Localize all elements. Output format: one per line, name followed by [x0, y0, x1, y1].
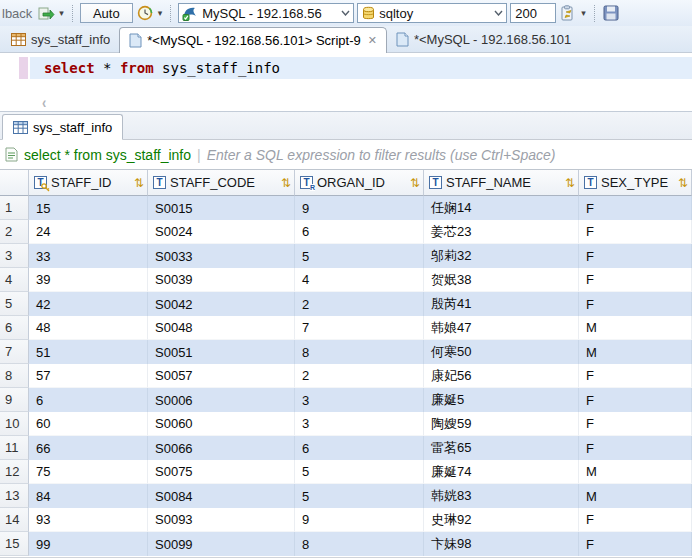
grid-cell-organ_id[interactable]: 9 [295, 508, 424, 532]
grid-cell-staff_id[interactable]: 66 [29, 436, 148, 460]
grid-cell-staff_code[interactable]: S0033 [148, 244, 295, 268]
grid-cell-sex_type[interactable]: F [579, 292, 692, 316]
grid-cell-organ_id[interactable]: 8 [295, 532, 424, 556]
grid-cell-staff_code[interactable]: S0057 [148, 364, 295, 388]
grid-cell-sex_type[interactable]: M [579, 484, 692, 508]
grid-cell-staff_id[interactable]: 48 [29, 316, 148, 340]
grid-cell-organ_id[interactable]: 2 [295, 364, 424, 388]
grid-cell-staff_id[interactable]: 24 [29, 220, 148, 244]
grid-cell-sex_type[interactable]: F [579, 532, 692, 556]
connection-combo[interactable]: MySQL - 192.168.56 [178, 3, 354, 23]
row-number-cell[interactable]: 14 [0, 508, 29, 532]
collapse-left-icon[interactable]: ‹ [42, 92, 46, 112]
grid-cell-staff_code[interactable]: S0099 [148, 532, 295, 556]
grid-cell-sex_type[interactable]: F [579, 220, 692, 244]
column-header-sex_type[interactable]: TSEX_TYPE⇅ [579, 170, 692, 196]
sql-statement-line[interactable]: select * from sys_staff_info [30, 57, 692, 79]
grid-cell-staff_code[interactable]: S0048 [148, 316, 295, 340]
tab-close-icon[interactable]: ✕ [366, 34, 377, 47]
grid-cell-sex_type[interactable]: M [579, 340, 692, 364]
grid-corner-cell[interactable] [0, 170, 29, 196]
save-icon[interactable] [602, 4, 620, 22]
tab-sys-staff-info[interactable]: sys_staff_info [2, 27, 119, 52]
grid-cell-staff_name[interactable]: 史琳92 [424, 508, 579, 532]
grid-cell-staff_name[interactable]: 韩姯83 [424, 484, 579, 508]
grid-cell-staff_name[interactable]: 任娴14 [424, 196, 579, 220]
grid-cell-sex_type[interactable]: F [579, 244, 692, 268]
grid-cell-staff_id[interactable]: 93 [29, 508, 148, 532]
grid-cell-organ_id[interactable]: 6 [295, 220, 424, 244]
row-number-cell[interactable]: 2 [0, 220, 29, 244]
sort-arrows-icon[interactable]: ⇅ [565, 176, 575, 190]
row-number-cell[interactable]: 6 [0, 316, 29, 340]
grid-cell-sex_type[interactable]: M [579, 316, 692, 340]
grid-cell-staff_name[interactable]: 贺姄38 [424, 268, 579, 292]
row-number-cell[interactable]: 3 [0, 244, 29, 268]
grid-cell-staff_id[interactable]: 60 [29, 412, 148, 436]
sort-arrows-icon[interactable]: ⇅ [134, 176, 144, 190]
results-filter-bar[interactable]: select * from sys_staff_info | Enter a S… [0, 140, 692, 170]
transaction-log-dropdown-arrow[interactable]: ▾ [157, 8, 164, 18]
row-number-cell[interactable]: 10 [0, 412, 29, 436]
row-number-cell[interactable]: 12 [0, 460, 29, 484]
grid-cell-staff_id[interactable]: 39 [29, 268, 148, 292]
grid-cell-staff_name[interactable]: 康妃56 [424, 364, 579, 388]
grid-cell-sex_type[interactable]: F [579, 508, 692, 532]
grid-cell-staff_name[interactable]: 廉娫5 [424, 388, 579, 412]
grid-cell-organ_id[interactable]: 5 [295, 460, 424, 484]
grid-cell-staff_code[interactable]: S0084 [148, 484, 295, 508]
grid-cell-staff_id[interactable]: 33 [29, 244, 148, 268]
grid-cell-staff_code[interactable]: S0051 [148, 340, 295, 364]
grid-cell-sex_type[interactable]: F [579, 364, 692, 388]
grid-cell-sex_type[interactable]: F [579, 436, 692, 460]
commit-mode-dropdown-arrow[interactable]: ▾ [58, 8, 65, 18]
sort-arrows-icon[interactable]: ⇅ [410, 176, 420, 190]
grid-cell-staff_code[interactable]: S0042 [148, 292, 295, 316]
row-number-cell[interactable]: 11 [0, 436, 29, 460]
grid-cell-organ_id[interactable]: 4 [295, 268, 424, 292]
grid-cell-staff_id[interactable]: 42 [29, 292, 148, 316]
sql-editor[interactable]: select * from sys_staff_info [0, 53, 692, 93]
grid-cell-organ_id[interactable]: 3 [295, 388, 424, 412]
grid-cell-staff_code[interactable]: S0006 [148, 388, 295, 412]
grid-cell-staff_id[interactable]: 51 [29, 340, 148, 364]
grid-cell-staff_code[interactable]: S0015 [148, 196, 295, 220]
grid-cell-organ_id[interactable]: 3 [295, 412, 424, 436]
grid-cell-staff_id[interactable]: 6 [29, 388, 148, 412]
row-number-cell[interactable]: 15 [0, 532, 29, 556]
column-header-staff_id[interactable]: TSTAFF_ID⇅ [29, 170, 148, 196]
grid-cell-staff_name[interactable]: 殷芮41 [424, 292, 579, 316]
grid-cell-staff_code[interactable]: S0024 [148, 220, 295, 244]
sort-arrows-icon[interactable]: ⇅ [281, 176, 291, 190]
tab-sql-script-other[interactable]: *<MySQL - 192.168.56.101 [387, 27, 692, 52]
auto-commit-button[interactable]: Auto [80, 3, 133, 23]
fetch-settings-icon[interactable] [559, 4, 577, 22]
grid-cell-sex_type[interactable]: F [579, 196, 692, 220]
grid-cell-staff_id[interactable]: 75 [29, 460, 148, 484]
tab-sql-script-9[interactable]: *<MySQL - 192.168.56.101> Script-9 ✕ [119, 27, 387, 53]
grid-cell-sex_type[interactable]: M [579, 460, 692, 484]
sort-arrows-icon[interactable]: ⇅ [678, 176, 688, 190]
row-number-cell[interactable]: 13 [0, 484, 29, 508]
grid-cell-organ_id[interactable]: 7 [295, 316, 424, 340]
rollback-button-label[interactable]: lback [2, 6, 34, 21]
grid-cell-staff_code[interactable]: S0060 [148, 412, 295, 436]
grid-cell-staff_id[interactable]: 84 [29, 484, 148, 508]
grid-cell-staff_id[interactable]: 57 [29, 364, 148, 388]
row-number-cell[interactable]: 8 [0, 364, 29, 388]
column-header-organ_id[interactable]: TRORGAN_ID⇅ [295, 170, 424, 196]
transaction-log-clock-icon[interactable] [136, 4, 154, 22]
grid-cell-staff_code[interactable]: S0066 [148, 436, 295, 460]
fetch-settings-dropdown-arrow[interactable]: ▾ [580, 8, 587, 18]
row-number-cell[interactable]: 9 [0, 388, 29, 412]
grid-cell-staff_name[interactable]: 廉娫74 [424, 460, 579, 484]
column-header-staff_code[interactable]: TSTAFF_CODE⇅ [148, 170, 295, 196]
grid-cell-staff_name[interactable]: 雷茗65 [424, 436, 579, 460]
grid-cell-staff_name[interactable]: 何寒50 [424, 340, 579, 364]
grid-cell-sex_type[interactable]: F [579, 268, 692, 292]
row-number-cell[interactable]: 4 [0, 268, 29, 292]
commit-mode-icon[interactable] [37, 4, 55, 22]
grid-cell-staff_name[interactable]: 卞妹98 [424, 532, 579, 556]
grid-cell-organ_id[interactable]: 2 [295, 292, 424, 316]
row-number-cell[interactable]: 5 [0, 292, 29, 316]
